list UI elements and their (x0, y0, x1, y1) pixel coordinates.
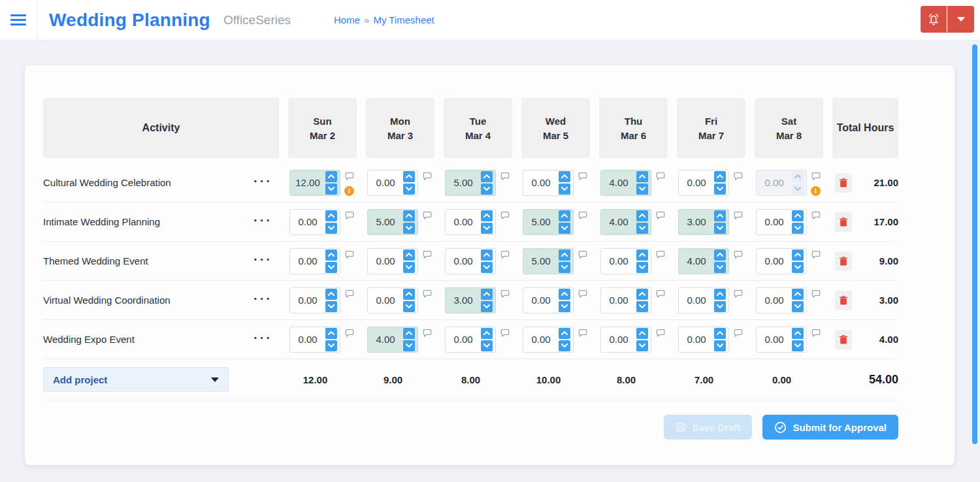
spinner-up-button[interactable] (403, 289, 415, 300)
hours-input[interactable]: 3.00 (445, 287, 496, 313)
spinner-down-button[interactable] (636, 262, 648, 273)
spinner-down-button[interactable] (714, 301, 726, 312)
spinner-down-button[interactable] (792, 262, 804, 273)
breadcrumb-home-link[interactable]: Home (334, 14, 360, 25)
spinner-up-button[interactable] (714, 171, 726, 182)
spinner-down-button[interactable] (559, 301, 570, 312)
delete-row-button[interactable] (835, 173, 852, 193)
comment-icon[interactable] (423, 329, 432, 338)
spinner-down-button[interactable] (403, 184, 415, 195)
spinner-down-button[interactable] (714, 223, 726, 234)
save-draft-button[interactable]: Save Draft (664, 415, 752, 440)
spinner-up-button[interactable] (559, 289, 570, 300)
spinner-down-button[interactable] (481, 223, 493, 234)
comment-icon[interactable] (811, 250, 821, 259)
hours-input[interactable]: 0.00 (600, 287, 651, 313)
caret-down-icon[interactable] (947, 6, 974, 33)
hours-input[interactable]: 0.00 (289, 209, 340, 235)
spinner-down-button[interactable] (792, 184, 804, 195)
spinner-up-button[interactable] (714, 210, 726, 221)
hours-input[interactable]: 4.00 (367, 327, 418, 353)
comment-icon[interactable] (500, 329, 510, 338)
hours-input[interactable]: 0.00 (523, 170, 574, 196)
comment-icon[interactable] (345, 250, 354, 259)
hours-input[interactable]: 0.00 (523, 327, 574, 353)
comment-icon[interactable] (500, 211, 510, 220)
spinner-down-button[interactable] (636, 340, 648, 351)
spinner-up-button[interactable] (325, 249, 337, 261)
spinner-up-button[interactable] (714, 289, 726, 300)
hours-input[interactable]: 5.00 (523, 248, 574, 274)
delete-row-button[interactable] (835, 251, 852, 271)
spinner-down-button[interactable] (325, 184, 337, 195)
hours-input[interactable]: 0.00 (756, 327, 807, 353)
scrollbar-thumb[interactable] (972, 44, 977, 444)
spinner-up-button[interactable] (325, 210, 337, 221)
comment-icon[interactable] (811, 289, 821, 298)
comment-icon[interactable] (578, 211, 587, 220)
spinner-down-button[interactable] (636, 301, 648, 312)
hamburger-icon[interactable] (10, 14, 26, 25)
comment-icon[interactable] (578, 250, 587, 259)
delete-row-button[interactable] (835, 291, 852, 310)
comment-icon[interactable] (578, 289, 587, 298)
hours-input[interactable]: 0.00 (600, 327, 651, 353)
spinner-down-button[interactable] (792, 340, 804, 351)
spinner-up-button[interactable] (559, 171, 570, 182)
bell-icon[interactable] (921, 6, 947, 33)
spinner-up-button[interactable] (636, 171, 648, 182)
add-project-select[interactable]: Add project (43, 367, 229, 392)
spinner-down-button[interactable] (714, 262, 726, 273)
hours-input[interactable]: 4.00 (600, 209, 651, 235)
hours-input[interactable]: 3.00 (678, 209, 729, 235)
comment-icon[interactable] (734, 250, 743, 259)
comment-icon[interactable] (423, 289, 432, 298)
spinner-up-button[interactable] (792, 210, 804, 221)
spinner-up-button[interactable] (481, 328, 493, 339)
spinner-up-button[interactable] (714, 328, 726, 339)
spinner-up-button[interactable] (559, 210, 570, 221)
comment-icon[interactable] (345, 172, 354, 181)
comment-icon[interactable] (811, 329, 821, 338)
row-menu-button[interactable]: ··· (253, 256, 279, 266)
spinner-up-button[interactable] (481, 171, 493, 182)
comment-icon[interactable] (811, 172, 821, 181)
hours-input[interactable]: 0.00 (367, 170, 418, 196)
row-menu-button[interactable]: ··· (253, 295, 279, 306)
hours-input[interactable]: 0.00 (756, 287, 807, 313)
hours-input[interactable]: 5.00 (445, 170, 496, 196)
spinner-up-button[interactable] (481, 249, 493, 261)
spinner-down-button[interactable] (481, 184, 493, 195)
comment-icon[interactable] (656, 289, 665, 298)
spinner-up-button[interactable] (559, 249, 570, 261)
spinner-down-button[interactable] (559, 184, 570, 195)
spinner-down-button[interactable] (403, 301, 415, 312)
hours-input[interactable]: 0.00 (445, 209, 496, 235)
spinner-down-button[interactable] (403, 262, 415, 273)
spinner-up-button[interactable] (792, 328, 804, 339)
hours-input[interactable]: 0.00 (600, 248, 651, 274)
comment-icon[interactable] (500, 172, 510, 181)
hours-input[interactable]: 0.00 (289, 287, 340, 313)
hours-input[interactable]: 0.00 (523, 287, 574, 313)
spinner-down-button[interactable] (481, 262, 493, 273)
spinner-down-button[interactable] (636, 184, 648, 195)
hours-input[interactable]: 0.00 (756, 209, 807, 235)
spinner-up-button[interactable] (403, 171, 415, 182)
comment-icon[interactable] (734, 211, 743, 220)
hours-input[interactable]: 0.00 (367, 248, 418, 274)
row-menu-button[interactable]: ··· (253, 217, 279, 227)
hours-input[interactable]: 0.00 (367, 287, 418, 313)
delete-row-button[interactable] (835, 330, 852, 349)
spinner-up-button[interactable] (325, 328, 337, 339)
spinner-up-button[interactable] (636, 289, 648, 300)
comment-icon[interactable] (500, 289, 510, 298)
comment-icon[interactable] (656, 329, 665, 338)
spinner-up-button[interactable] (714, 249, 726, 261)
spinner-up-button[interactable] (636, 210, 648, 221)
spinner-up-button[interactable] (792, 289, 804, 300)
spinner-up-button[interactable] (403, 249, 415, 261)
row-menu-button[interactable]: ··· (253, 178, 279, 188)
comment-icon[interactable] (423, 250, 432, 259)
breadcrumb-current-link[interactable]: My Timesheet (373, 14, 434, 25)
